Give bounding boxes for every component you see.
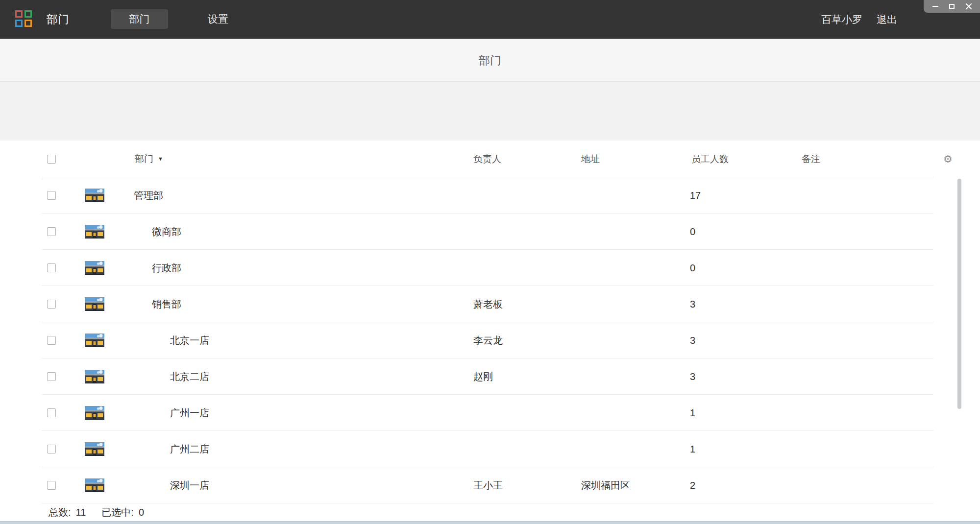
dept-employee-count: 0 — [690, 250, 695, 286]
logo-square-blue — [15, 20, 23, 27]
table-row[interactable]: 广州一店 1 — [42, 395, 933, 431]
row-checkbox[interactable] — [47, 336, 56, 345]
dept-employee-count: 1 — [690, 431, 695, 467]
dept-address: 深圳福田区 — [581, 467, 630, 503]
storefront-icon — [85, 370, 104, 383]
user-name[interactable]: 百草小罗 — [821, 0, 862, 39]
selected-label: 已选中: — [101, 506, 134, 519]
toolbar: 刷新 新建 更多 — [0, 82, 980, 141]
dept-manager: 萧老板 — [473, 286, 503, 322]
tab-settings[interactable]: 设置 — [196, 9, 240, 29]
minimize-icon[interactable] — [932, 3, 939, 10]
table-header-row: 部门 ▼ 负责人 地址 员工人数 备注 ⚙ — [42, 141, 933, 177]
dept-name: 深圳一店 — [170, 467, 209, 503]
total-value: 11 — [76, 507, 86, 518]
storefront-icon — [85, 261, 104, 275]
dept-name: 销售部 — [152, 286, 181, 322]
storefront-icon — [85, 189, 104, 202]
logo-square-orange — [24, 20, 32, 27]
table-row[interactable]: 管理部 17 — [42, 177, 933, 214]
storefront-icon — [85, 333, 104, 347]
dept-employee-count: 3 — [690, 286, 695, 322]
row-checkbox[interactable] — [47, 372, 56, 381]
column-header-employees[interactable]: 员工人数 — [691, 141, 729, 177]
dept-name: 广州二店 — [170, 431, 209, 467]
window-bottom-edge — [0, 521, 980, 524]
dept-employee-count: 3 — [690, 322, 695, 358]
app-logo-icon — [15, 10, 34, 29]
row-checkbox[interactable] — [47, 408, 56, 417]
table-body: 管理部 17 微商部 0 — [42, 177, 933, 504]
table-row[interactable]: 北京一店 李云龙 3 — [42, 322, 933, 358]
vertical-scrollbar[interactable] — [957, 179, 961, 409]
dept-manager: 王小王 — [473, 467, 503, 503]
table-row[interactable]: 北京二店 赵刚 3 — [42, 358, 933, 395]
table-row[interactable]: 微商部 0 — [42, 214, 933, 250]
dept-employee-count: 1 — [690, 395, 695, 431]
dept-name: 管理部 — [134, 177, 163, 214]
app-title: 部门 — [47, 0, 69, 39]
window-controls — [924, 0, 980, 13]
tab-departments[interactable]: 部门 — [111, 9, 168, 29]
dept-employee-count: 17 — [690, 177, 701, 214]
logout-button[interactable]: 退出 — [877, 0, 897, 39]
dept-name: 北京二店 — [170, 358, 209, 395]
storefront-icon — [85, 297, 104, 311]
column-header-manager[interactable]: 负责人 — [473, 141, 501, 177]
row-checkbox[interactable] — [47, 263, 56, 272]
row-checkbox[interactable] — [47, 191, 56, 200]
total-label: 总数: — [49, 506, 71, 519]
logo-square-green — [24, 10, 32, 18]
department-table: 部门 ▼ 负责人 地址 员工人数 备注 ⚙ 管理部 17 — [0, 141, 980, 504]
dept-name: 行政部 — [152, 250, 181, 286]
storefront-icon — [85, 478, 104, 492]
select-all-checkbox[interactable] — [47, 155, 56, 164]
dept-name: 广州一店 — [170, 395, 209, 431]
logo-square-red — [15, 10, 23, 18]
sort-desc-icon[interactable]: ▼ — [158, 141, 163, 177]
dept-manager: 李云龙 — [473, 322, 503, 358]
close-icon[interactable] — [965, 3, 972, 10]
storefront-icon — [85, 225, 104, 238]
row-checkbox[interactable] — [47, 445, 56, 453]
dept-employee-count: 3 — [690, 358, 695, 395]
storefront-icon — [85, 442, 104, 456]
table-row[interactable]: 销售部 萧老板 3 — [42, 286, 933, 322]
page-title: 部门 — [0, 39, 980, 82]
table-row[interactable]: 深圳一店 王小王 深圳福田区 2 — [42, 467, 933, 503]
storefront-icon — [85, 406, 104, 420]
dept-employee-count: 2 — [690, 467, 695, 503]
dept-manager: 赵刚 — [473, 358, 493, 395]
selected-value: 0 — [139, 507, 144, 518]
dept-employee-count: 0 — [690, 214, 695, 250]
page-header: 部门 — [0, 39, 980, 82]
gear-icon[interactable]: ⚙ — [943, 141, 953, 177]
table-row[interactable]: 广州二店 1 — [42, 431, 933, 467]
table-row[interactable]: 行政部 0 — [42, 250, 933, 286]
row-checkbox[interactable] — [47, 300, 56, 309]
column-header-dept[interactable]: 部门 — [135, 141, 153, 177]
column-header-address[interactable]: 地址 — [581, 141, 600, 177]
row-checkbox[interactable] — [47, 481, 56, 490]
row-checkbox[interactable] — [47, 227, 56, 236]
top-bar: 部门 部门 设置 百草小罗 退出 — [0, 0, 980, 39]
column-header-remark[interactable]: 备注 — [802, 141, 820, 177]
dept-name: 微商部 — [152, 214, 181, 250]
dept-name: 北京一店 — [170, 322, 209, 358]
status-bar: 总数: 11 已选中: 0 — [0, 504, 980, 521]
maximize-icon[interactable] — [949, 3, 956, 10]
